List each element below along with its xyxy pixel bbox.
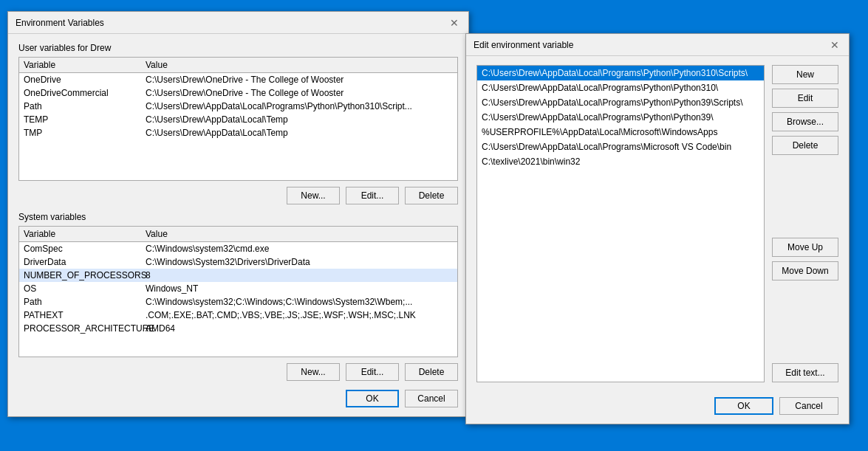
table-row[interactable]: PATHEXT .COM;.EXE;.BAT;.CMD;.VBS;.VBE;.J… (19, 309, 457, 322)
env-cancel-button[interactable]: Cancel (405, 390, 458, 407)
move-up-button[interactable]: Move Up (772, 238, 838, 257)
system-new-button[interactable]: New... (287, 363, 340, 381)
path-item[interactable]: %USERPROFILE%\AppData\Local\Microsoft\Wi… (477, 125, 764, 140)
path-item[interactable]: C:\Users\Drew\AppData\Local\Programs\Pyt… (477, 66, 764, 80)
env-dialog-close-button[interactable]: ✕ (448, 16, 461, 30)
path-list[interactable]: C:\Users\Drew\AppData\Local\Programs\Pyt… (476, 65, 765, 382)
button-spacer (772, 159, 838, 233)
edit-action-buttons: New Edit Browse... Delete Move Up Move D… (772, 65, 838, 382)
env-dialog-titlebar: Environment Variables ✕ (8, 12, 468, 34)
system-buttons-row: New... Edit... Delete (18, 363, 458, 381)
edit-dialog-title: Edit environment variable (474, 40, 573, 50)
table-row[interactable]: ComSpec C:\Windows\system32\cmd.exe (19, 242, 457, 255)
env-ok-button[interactable]: OK (346, 390, 399, 407)
button-spacer2 (772, 285, 838, 359)
table-row[interactable]: PROCESSOR_ARCHITECTURE AMD64 (19, 322, 457, 335)
edit-dialog-body: C:\Users\Drew\AppData\Local\Programs\Pyt… (466, 56, 849, 391)
system-table-header: Variable Value (19, 227, 457, 242)
user-col-variable-header: Variable (24, 60, 146, 70)
edit-dialog-footer: OK Cancel (466, 391, 849, 424)
system-delete-button[interactable]: Delete (405, 363, 458, 381)
system-col-variable-header: Variable (24, 229, 146, 239)
table-row[interactable]: OS Windows_NT (19, 282, 457, 295)
table-row[interactable]: OneDrive C:\Users\Drew\OneDrive - The Co… (19, 73, 457, 86)
user-delete-button[interactable]: Delete (405, 187, 458, 204)
user-edit-button[interactable]: Edit... (346, 187, 399, 204)
edit-edit-button[interactable]: Edit (772, 89, 838, 108)
table-row[interactable]: TMP C:\Users\Drew\AppData\Local\Temp (19, 126, 457, 140)
system-edit-button[interactable]: Edit... (346, 363, 399, 381)
env-dialog-footer: OK Cancel (18, 390, 458, 407)
user-col-value-header: Value (146, 60, 453, 70)
table-row[interactable]: DriverData C:\Windows\System32\Drivers\D… (19, 255, 457, 269)
edit-text-button[interactable]: Edit text... (772, 363, 838, 382)
user-section-label: User variables for Drew (18, 43, 458, 53)
path-item[interactable]: C:\texlive\2021\bin\win32 (477, 154, 764, 169)
edit-ok-button[interactable]: OK (714, 397, 773, 415)
path-item[interactable]: C:\Users\Drew\AppData\Local\Programs\Pyt… (477, 80, 764, 95)
path-item[interactable]: C:\Users\Drew\AppData\Local\Programs\Pyt… (477, 110, 764, 125)
table-row[interactable]: OneDriveCommercial C:\Users\Drew\OneDriv… (19, 86, 457, 100)
table-row[interactable]: TEMP C:\Users\Drew\AppData\Local\Temp (19, 113, 457, 126)
system-variables-table: Variable Value ComSpec C:\Windows\system… (18, 226, 458, 357)
edit-dialog-titlebar: Edit environment variable ✕ (466, 34, 849, 56)
move-down-button[interactable]: Move Down (772, 261, 838, 280)
path-item[interactable]: C:\Users\Drew\AppData\Local\Programs\Pyt… (477, 95, 764, 110)
path-item[interactable]: C:\Users\Drew\AppData\Local\Programs\Mic… (477, 140, 764, 154)
table-row[interactable]: NUMBER_OF_PROCESSORS 8 (19, 269, 457, 282)
edit-env-dialog: Edit environment variable ✕ C:\Users\Dre… (465, 33, 850, 424)
user-table-header: Variable Value (19, 58, 457, 73)
user-variables-table: Variable Value OneDrive C:\Users\Drew\On… (18, 57, 458, 181)
edit-new-button[interactable]: New (772, 65, 838, 84)
user-table-body: OneDrive C:\Users\Drew\OneDrive - The Co… (19, 73, 457, 180)
user-new-button[interactable]: New... (287, 187, 340, 204)
edit-delete-button[interactable]: Delete (772, 136, 838, 155)
edit-browse-button[interactable]: Browse... (772, 112, 838, 131)
env-dialog-title: Environment Variables (16, 18, 104, 28)
env-variables-dialog: Environment Variables ✕ User variables f… (7, 11, 469, 417)
table-row[interactable]: Path C:\Windows\system32;C:\Windows;C:\W… (19, 295, 457, 309)
system-table-body[interactable]: ComSpec C:\Windows\system32\cmd.exe Driv… (19, 242, 457, 357)
edit-cancel-button[interactable]: Cancel (779, 397, 838, 415)
user-buttons-row: New... Edit... Delete (18, 187, 458, 204)
system-col-value-header: Value (146, 229, 453, 239)
system-section-label: System variables (18, 212, 458, 222)
table-row[interactable]: Path C:\Users\Drew\AppData\Local\Program… (19, 100, 457, 113)
env-dialog-content: User variables for Drew Variable Value O… (8, 34, 468, 416)
edit-dialog-close-button[interactable]: ✕ (828, 38, 841, 52)
